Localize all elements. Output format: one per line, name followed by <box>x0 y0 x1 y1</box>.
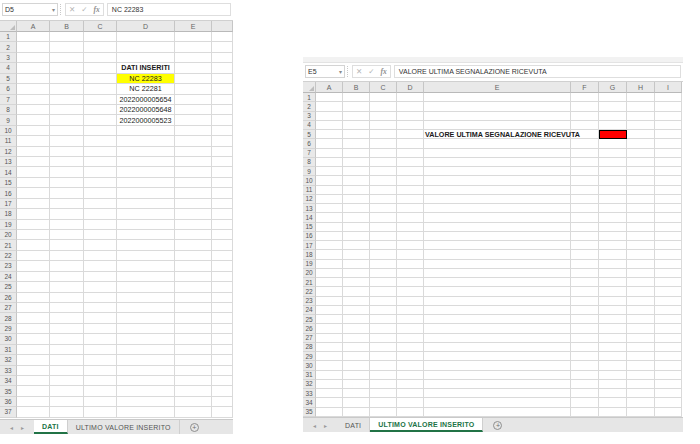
cell-I21[interactable] <box>655 278 682 287</box>
cell-H9[interactable] <box>627 167 655 176</box>
row-header-2[interactable]: 2 <box>303 102 316 111</box>
cell-C23[interactable] <box>84 261 117 271</box>
cell-X1[interactable] <box>212 32 233 42</box>
cell-D9[interactable] <box>397 167 424 176</box>
cell-E10[interactable] <box>175 126 212 136</box>
row-header-1[interactable]: 1 <box>0 32 17 42</box>
cell-C20[interactable] <box>370 269 397 278</box>
cell-C32[interactable] <box>370 380 397 389</box>
cell-X23[interactable] <box>212 261 233 271</box>
cell-X6[interactable] <box>212 84 233 94</box>
cell-B25[interactable] <box>50 282 84 292</box>
fx-icon[interactable]: fx <box>94 5 100 14</box>
cell-A25[interactable] <box>17 282 50 292</box>
cell-B28[interactable] <box>50 313 84 323</box>
cell-C12[interactable] <box>370 195 397 204</box>
cell-D35[interactable] <box>397 408 424 417</box>
cell-E18[interactable] <box>175 209 212 219</box>
cell-C22[interactable] <box>84 251 117 261</box>
cell-A9[interactable] <box>17 115 50 125</box>
cell-H22[interactable] <box>627 287 655 296</box>
cell-C20[interactable] <box>84 230 117 240</box>
cell-F28[interactable] <box>571 343 599 352</box>
cell-F14[interactable] <box>571 213 599 222</box>
cell-G20[interactable] <box>599 269 627 278</box>
cell-A4[interactable] <box>316 121 343 130</box>
cell-F21[interactable] <box>571 278 599 287</box>
column-header-B[interactable]: B <box>343 82 370 93</box>
cell-E28[interactable] <box>175 313 212 323</box>
cell-A17[interactable] <box>316 241 343 250</box>
cell-D32[interactable] <box>117 355 175 365</box>
cell-F19[interactable] <box>571 260 599 269</box>
cell-E35[interactable] <box>175 386 212 396</box>
cell-F6[interactable] <box>571 139 599 148</box>
cell-D16[interactable] <box>397 232 424 241</box>
cell-G23[interactable] <box>599 297 627 306</box>
cell-D1[interactable] <box>397 93 424 102</box>
cell-C28[interactable] <box>370 343 397 352</box>
cell-A12[interactable] <box>17 147 50 157</box>
cell-D26[interactable] <box>397 324 424 333</box>
row-header-17[interactable]: 17 <box>303 241 316 250</box>
cell-A12[interactable] <box>316 195 343 204</box>
cell-H31[interactable] <box>627 371 655 380</box>
cell-C5[interactable] <box>370 130 397 139</box>
cell-X18[interactable] <box>212 209 233 219</box>
cell-B2[interactable] <box>343 102 370 111</box>
cell-E25[interactable] <box>175 282 212 292</box>
cell-B32[interactable] <box>343 380 370 389</box>
cell-G27[interactable] <box>599 334 627 343</box>
cell-G5[interactable] <box>599 130 627 139</box>
cell-G18[interactable] <box>599 250 627 259</box>
cell-I34[interactable] <box>655 398 682 407</box>
cell-B16[interactable] <box>343 232 370 241</box>
row-header-3[interactable]: 3 <box>303 112 316 121</box>
cell-C29[interactable] <box>370 352 397 361</box>
row-header-27[interactable]: 27 <box>0 303 17 313</box>
cell-X15[interactable] <box>212 178 233 188</box>
cell-I13[interactable] <box>655 204 682 213</box>
cell-C25[interactable] <box>84 282 117 292</box>
row-header-17[interactable]: 17 <box>0 199 17 209</box>
cell-G10[interactable] <box>599 176 627 185</box>
cell-C14[interactable] <box>84 167 117 177</box>
name-box[interactable]: D5 ▾ <box>2 3 58 16</box>
cell-C30[interactable] <box>370 361 397 370</box>
cell-X13[interactable] <box>212 157 233 167</box>
cell-I23[interactable] <box>655 297 682 306</box>
row-header-23[interactable]: 23 <box>303 297 316 306</box>
cell-F11[interactable] <box>571 186 599 195</box>
cell-E34[interactable] <box>175 376 212 386</box>
cell-F27[interactable] <box>571 334 599 343</box>
cell-G3[interactable] <box>599 112 627 121</box>
cell-D28[interactable] <box>397 343 424 352</box>
cell-D4[interactable] <box>397 121 424 130</box>
cancel-icon[interactable]: ✕ <box>69 5 75 14</box>
cell-F25[interactable] <box>571 315 599 324</box>
cell-F5[interactable] <box>571 130 599 139</box>
cell-H27[interactable] <box>627 334 655 343</box>
cell-H12[interactable] <box>627 195 655 204</box>
row-header-14[interactable]: 14 <box>303 213 316 222</box>
row-header-12[interactable]: 12 <box>303 195 316 204</box>
cell-E34[interactable] <box>424 398 571 407</box>
row-header-29[interactable]: 29 <box>303 352 316 361</box>
cell-B19[interactable] <box>343 260 370 269</box>
cell-I30[interactable] <box>655 361 682 370</box>
cell-C23[interactable] <box>370 297 397 306</box>
cell-A5[interactable] <box>17 74 50 84</box>
cell-A6[interactable] <box>316 139 343 148</box>
cell-A13[interactable] <box>17 157 50 167</box>
cell-A21[interactable] <box>17 240 50 250</box>
cell-B17[interactable] <box>343 241 370 250</box>
cell-C26[interactable] <box>84 293 117 303</box>
cell-X3[interactable] <box>212 53 233 63</box>
row-header-11[interactable]: 11 <box>303 186 316 195</box>
column-header-C[interactable]: C <box>370 82 397 93</box>
cell-X30[interactable] <box>212 334 233 344</box>
cell-D21[interactable] <box>117 240 175 250</box>
cell-H29[interactable] <box>627 352 655 361</box>
cell-B18[interactable] <box>50 209 84 219</box>
cell-D23[interactable] <box>117 261 175 271</box>
